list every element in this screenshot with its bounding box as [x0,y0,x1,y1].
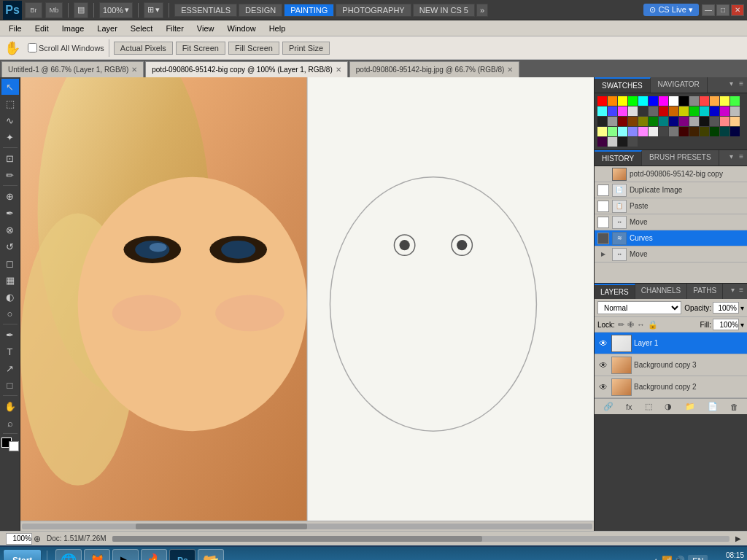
history-item-2[interactable]: 📋 Paste [595,198,747,214]
swatch-19[interactable] [649,106,658,116]
swatch-47[interactable] [649,127,658,136]
layers-collapse-icon[interactable]: ▾ [729,285,737,298]
swatch-37[interactable] [689,117,699,126]
workspace-more[interactable]: » [476,4,488,17]
path-select-tool[interactable]: ↗ [1,360,19,376]
brush-tool[interactable]: ✒ [1,205,19,221]
layer-item-1[interactable]: 👁 Background copy 3 [595,354,747,376]
swatch-53[interactable] [710,127,719,136]
taskbar-ff[interactable]: 🦊 [84,549,110,560]
history-item-5[interactable]: ▶ ↔ Move [595,246,747,262]
taskbar-ps[interactable]: Ps [169,549,196,560]
swatch-40[interactable] [720,117,729,126]
swatch-41[interactable] [730,117,740,126]
layer-fx-btn[interactable]: fx [624,402,635,412]
fill-arrow[interactable]: ▾ [740,321,744,329]
zoom-tool[interactable]: ⌕ [1,415,19,431]
swatch-56[interactable] [597,137,607,147]
history-item-4[interactable]: ≋ Curves [595,230,747,246]
fill-screen-btn[interactable]: Fill Screen [228,42,279,55]
menu-help[interactable]: Help [263,23,292,34]
zoom-dropdown[interactable]: 100% ▾ [99,2,133,18]
swatch-57[interactable] [608,137,617,147]
hand-tool[interactable]: ✋ [1,398,19,414]
swatch-17[interactable] [628,106,638,116]
history-checkbox-4[interactable] [597,233,609,244]
scroll-thumb[interactable] [136,524,307,529]
opacity-input[interactable] [713,302,739,314]
paths-tab[interactable]: PATHS [687,284,723,299]
history-brush-tool[interactable]: ↺ [1,238,19,254]
swatch-25[interactable] [710,106,719,116]
swatch-38[interactable] [700,117,709,126]
swatch-6[interactable] [659,96,668,106]
blend-mode-select[interactable]: Normal [597,301,681,314]
fit-screen-btn[interactable]: Fit Screen [176,42,225,55]
swatch-26[interactable] [720,106,729,116]
swatch-55[interactable] [730,127,740,136]
swatch-20[interactable] [659,106,668,116]
layer-item-0[interactable]: 👁 Layer 1 [595,332,747,354]
taskbar-folder[interactable]: 📂 [198,549,224,560]
swatch-7[interactable] [669,96,678,106]
swatch-8[interactable] [679,96,689,106]
swatch-9[interactable] [689,96,699,106]
swatch-11[interactable] [710,96,719,106]
print-size-btn[interactable]: Print Size [282,42,330,55]
swatch-27[interactable] [730,106,740,116]
menu-image[interactable]: Image [56,23,90,34]
history-menu-icon[interactable]: ≡ [737,152,746,164]
swatch-29[interactable] [608,117,617,126]
swatch-45[interactable] [628,127,638,136]
background-color[interactable] [9,441,19,451]
layer-link-btn[interactable]: 🔗 [601,401,616,412]
swatch-16[interactable] [618,106,627,116]
taskbar-ie[interactable]: 🌐 [55,549,82,560]
tab-potd-copy[interactable]: potd-090806-95142-big copy @ 100% (Layer… [145,61,348,77]
maximize-btn[interactable]: □ [716,4,729,16]
canvas-area[interactable] [20,77,594,531]
start-button[interactable]: Start [3,549,42,560]
swatch-46[interactable] [638,127,648,136]
blur-tool[interactable]: ◐ [1,289,19,305]
arrange-dropdown[interactable]: ⊞ ▾ [144,2,163,18]
mini-bridge-btn[interactable]: Mb [45,2,63,18]
menu-select[interactable]: Select [125,23,159,34]
workspace-photography[interactable]: PHOTOGRAPHY [336,4,411,17]
swatch-52[interactable] [700,127,709,136]
swatch-12[interactable] [720,96,729,106]
layer-delete-btn[interactable]: 🗑 [728,402,740,412]
swatch-48[interactable] [659,127,668,136]
history-collapse-icon[interactable]: ▾ [727,152,735,164]
panel-menu-icon[interactable]: ≡ [737,79,746,91]
opacity-arrow[interactable]: ▾ [740,304,744,312]
dodge-tool[interactable]: ○ [1,306,19,322]
history-checkbox-1[interactable] [597,184,609,196]
scroll-all-checkbox[interactable] [28,43,37,52]
history-checkbox-3[interactable] [597,217,609,228]
move-tool[interactable]: ↖ [1,79,19,95]
swatches-tab[interactable]: SWATCHES [595,77,651,93]
history-item-3[interactable]: ↔ Move [595,214,747,230]
pen-tool[interactable]: ✒ [1,327,19,343]
swatch-10[interactable] [700,96,709,106]
layer-eye-0[interactable]: 👁 [597,338,609,349]
navigator-tab[interactable]: NAVIGATOR [651,77,708,93]
lasso-tool[interactable]: ∿ [1,112,19,128]
tab-potd-copy-close[interactable]: ✕ [336,66,341,74]
view-mode-dropdown[interactable]: ▤ [74,2,88,18]
history-item-1[interactable]: 📄 Duplicate Image [595,182,747,198]
zoom-input[interactable] [6,533,32,545]
canvas-scrollbar-horizontal[interactable] [20,521,594,531]
swatch-14[interactable] [597,106,607,116]
swatch-34[interactable] [659,117,668,126]
fill-input[interactable] [713,319,739,330]
lock-all-icon[interactable]: 🔒 [648,320,658,330]
tray-network[interactable]: 📶 [662,556,673,560]
swatch-4[interactable] [638,96,648,106]
lock-pos-icon[interactable]: ✙ [627,320,634,330]
swatch-31[interactable] [628,117,638,126]
clone-tool[interactable]: ⊗ [1,222,19,238]
swatch-21[interactable] [669,106,678,116]
swatch-59[interactable] [628,137,638,147]
